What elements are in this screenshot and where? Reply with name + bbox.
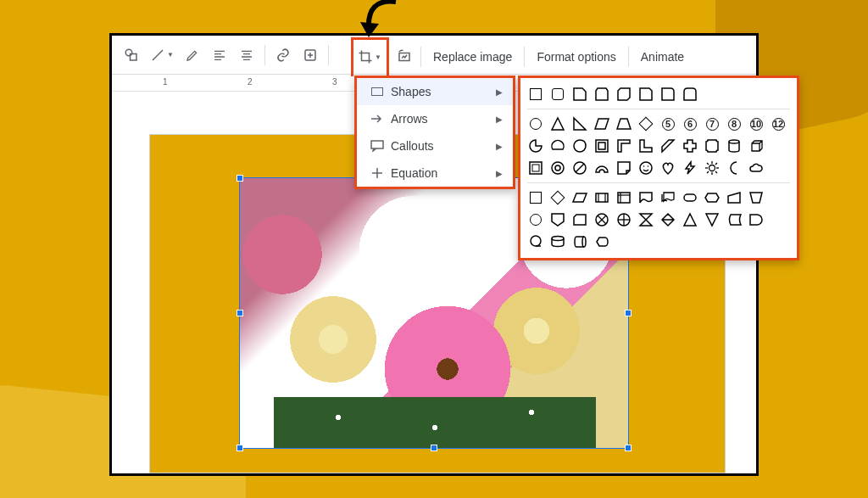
shape-plaque[interactable]	[704, 137, 721, 154]
shape-bevel[interactable]	[527, 159, 544, 176]
shape-flowchart-offpage[interactable]	[549, 211, 566, 228]
shape-no-symbol[interactable]	[571, 159, 588, 176]
shape-flowchart-magnetic-disk[interactable]	[549, 233, 566, 250]
resize-handle[interactable]	[236, 175, 243, 182]
replace-image-button[interactable]: Replace image	[425, 44, 520, 70]
shape-flowchart-or[interactable]	[615, 211, 632, 228]
shape-cube[interactable]	[748, 137, 765, 154]
shape-parallelogram[interactable]	[593, 115, 610, 132]
toolbar-separator	[328, 45, 329, 65]
animate-button[interactable]: Animate	[632, 44, 693, 70]
align-center-button[interactable]	[234, 42, 259, 68]
shape-diamond[interactable]	[637, 115, 654, 132]
resize-handle[interactable]	[431, 445, 437, 451]
shape-flowchart-manual-input[interactable]	[726, 189, 743, 206]
svg-rect-32	[618, 193, 630, 203]
insert-link-button[interactable]	[270, 42, 296, 68]
shape-decagon[interactable]: 10	[748, 115, 765, 132]
shape-flowchart-card[interactable]	[571, 211, 588, 228]
shape-flowchart-display[interactable]	[593, 233, 610, 250]
menu-item-arrows[interactable]: Arrows ▶	[357, 105, 513, 132]
shape-round-single[interactable]	[659, 86, 676, 103]
shape-rectangle[interactable]	[527, 86, 544, 103]
shape-flowchart-stored-data[interactable]	[726, 211, 743, 228]
shape-smiley[interactable]	[637, 159, 654, 176]
menu-item-equation[interactable]: Equation ▶	[357, 159, 513, 187]
toolbar-separator	[628, 47, 629, 67]
shape-block-arc[interactable]	[593, 159, 610, 176]
shape-right-triangle[interactable]	[571, 115, 588, 132]
shape-flowchart-merge[interactable]	[704, 211, 721, 228]
shape-moon[interactable]	[726, 159, 743, 176]
plus-icon	[367, 167, 387, 179]
shape-heart[interactable]	[659, 159, 676, 176]
shape-dodecagon[interactable]: 12	[770, 115, 787, 132]
svg-point-20	[709, 165, 715, 171]
shape-snip-single[interactable]	[571, 86, 588, 103]
shape-heptagon[interactable]: 7	[704, 115, 721, 132]
svg-point-17	[640, 162, 652, 174]
shape-flowchart-preparation[interactable]	[704, 189, 721, 206]
shape-flowchart-manual-operation[interactable]	[748, 189, 765, 206]
shape-hexagon[interactable]: 6	[682, 115, 698, 132]
shape-folded-corner[interactable]	[615, 159, 632, 176]
shape-pentagon[interactable]: 5	[659, 115, 676, 132]
shape-flowchart-document[interactable]	[637, 189, 654, 206]
reset-image-button[interactable]	[392, 44, 417, 70]
shape-octagon[interactable]: 8	[726, 115, 743, 132]
shape-rounded-rectangle[interactable]	[549, 86, 566, 103]
shape-lightning[interactable]	[682, 159, 698, 176]
shape-flowchart-decision[interactable]	[549, 189, 566, 206]
shape-snip-diag[interactable]	[615, 86, 632, 103]
line-tool-button[interactable]: ▼	[146, 42, 178, 68]
shape-frame[interactable]	[593, 137, 610, 154]
shape-half-frame[interactable]	[615, 137, 632, 154]
shape-flowchart-summing[interactable]	[593, 211, 610, 228]
toolbar-separator	[264, 45, 265, 65]
shape-snip-same[interactable]	[593, 86, 610, 103]
shape-flowchart-sequential[interactable]	[527, 233, 544, 250]
shape-l-shape[interactable]	[637, 137, 654, 154]
shape-flowchart-internal-storage[interactable]	[615, 189, 632, 206]
menu-item-shapes[interactable]: Shapes ▶	[357, 78, 513, 105]
shape-flowchart-collate[interactable]	[637, 211, 654, 228]
shape-flowchart-process[interactable]	[527, 189, 544, 206]
insert-comment-button[interactable]	[298, 42, 323, 68]
shape-tool-button[interactable]	[119, 42, 144, 68]
shape-flowchart-direct-access[interactable]	[571, 233, 588, 250]
shape-teardrop[interactable]	[571, 137, 588, 154]
shape-cloud[interactable]	[748, 159, 765, 176]
resize-handle[interactable]	[236, 310, 243, 316]
shape-flowchart-predefined[interactable]	[593, 189, 610, 206]
shape-round-same[interactable]	[682, 86, 698, 103]
shape-flowchart-sort[interactable]	[659, 211, 676, 228]
shape-oval[interactable]	[527, 115, 544, 132]
shape-flowchart-extract[interactable]	[682, 211, 698, 228]
resize-handle[interactable]	[236, 445, 243, 451]
shape-flowchart-data[interactable]	[571, 189, 588, 206]
shape-triangle[interactable]	[549, 115, 566, 132]
shape-diagonal-stripe[interactable]	[659, 137, 676, 154]
crop-button[interactable]: ▼	[353, 44, 386, 70]
flower-decor	[342, 195, 486, 305]
shape-pie[interactable]	[527, 137, 544, 154]
resize-handle[interactable]	[625, 445, 632, 451]
shape-flowchart-multidoc[interactable]	[659, 189, 676, 206]
shape-flowchart-delay[interactable]	[748, 211, 765, 228]
shape-flowchart-connector[interactable]	[527, 211, 544, 228]
submenu-arrow-icon: ▶	[496, 142, 503, 151]
menu-item-callouts[interactable]: Callouts ▶	[357, 132, 513, 159]
shape-snip-round[interactable]	[637, 86, 654, 103]
resize-handle[interactable]	[625, 310, 632, 316]
pen-tool-button[interactable]	[180, 42, 205, 68]
submenu-arrow-icon: ▶	[496, 115, 503, 124]
shape-chord[interactable]	[549, 137, 566, 154]
shape-trapezoid[interactable]	[615, 115, 632, 132]
shape-cross[interactable]	[682, 137, 698, 154]
shape-sun[interactable]	[704, 159, 721, 176]
shape-can[interactable]	[726, 137, 743, 154]
shape-donut[interactable]	[549, 159, 566, 176]
align-left-button[interactable]	[207, 42, 232, 68]
shape-flowchart-terminator[interactable]	[682, 189, 698, 206]
format-options-button[interactable]: Format options	[528, 44, 624, 70]
